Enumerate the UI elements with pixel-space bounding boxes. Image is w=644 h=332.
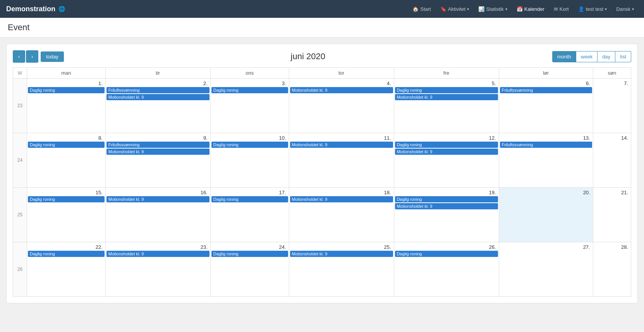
event-bar[interactable]: Daglig roning [211,196,288,202]
event-bar[interactable]: Daglig roning [211,87,288,93]
view-day-button[interactable]: day [598,51,615,62]
view-month-button[interactable]: month [552,51,576,62]
nav-kalender[interactable]: 📅 Kalender [513,4,548,14]
calendar-day-cell[interactable]: 9.FriluftssvømningMotionsholdet kl. 9 [105,133,210,188]
cell-date-number: 4. [290,79,393,87]
prev-button[interactable]: ‹ [13,50,25,63]
brand-label: Demonstration [6,5,55,13]
next-button[interactable]: › [26,50,38,63]
calendar-day-cell[interactable]: 25.Motionsholdet kl. 9 [289,242,394,297]
week-number-cell: 24 [13,133,27,188]
event-bar[interactable]: Friluftssvømning [500,142,592,148]
calendar-day-cell[interactable]: 2.FriluftssvømningMotionsholdet kl. 9 [105,79,210,133]
event-bar[interactable]: Daglig roning [211,251,288,257]
chevron-down-icon: ▾ [632,7,634,11]
event-bar[interactable]: Motionsholdet kl. 9 [290,251,393,257]
event-bar[interactable]: Motionsholdet kl. 9 [106,94,210,100]
nav-buttons: ‹ › [13,50,38,63]
event-bar[interactable]: Daglig roning [395,142,498,148]
calendar-day-cell[interactable]: 23.Motionsholdet kl. 9 [105,242,210,297]
calendar-day-cell[interactable]: 7. [593,79,631,133]
week-number-cell: 25 [13,188,27,242]
cell-date-number: 5. [395,79,498,87]
week-number-cell: 26 [13,242,27,297]
calendar-day-cell[interactable]: 4.Motionsholdet kl. 9 [289,79,394,133]
calendar-day-cell[interactable]: 16.Motionsholdet kl. 9 [105,188,210,242]
calendar-day-cell[interactable]: 3.Daglig roning [210,79,289,133]
header-sun: søn [593,68,631,79]
calendar-week-row: 248.Daglig roning9.FriluftssvømningMotio… [13,133,631,188]
event-bar[interactable]: Motionsholdet kl. 9 [395,149,498,155]
cell-date-number: 25. [290,243,393,251]
calendar-day-cell[interactable]: 18.Motionsholdet kl. 9 [289,188,394,242]
cell-date-number: 10. [211,134,288,142]
cell-date-number: 8. [28,134,105,142]
event-bar[interactable]: Motionsholdet kl. 9 [106,149,210,155]
event-bar[interactable]: Friluftssvømning [106,87,210,93]
calendar-day-cell[interactable]: 11.Motionsholdet kl. 9 [289,133,394,188]
chart-icon: 📊 [478,6,484,12]
event-bar[interactable]: Daglig roning [211,142,288,148]
calendar-day-cell[interactable]: 8.Daglig roning [27,133,106,188]
event-bar[interactable]: Daglig roning [28,142,105,148]
calendar-day-cell[interactable]: 14. [593,133,631,188]
event-bar[interactable]: Daglig roning [28,87,105,93]
map-icon: ✉ [554,6,558,12]
calendar-day-cell[interactable]: 27. [499,242,593,297]
brand: Demonstration 🌐 [6,5,65,13]
today-button[interactable]: today [41,51,64,62]
nav-language[interactable]: Dansk ▾ [612,4,638,14]
view-list-button[interactable]: list [615,51,631,62]
header-mon: man [27,68,106,79]
cell-date-number: 16. [106,188,210,196]
event-bar[interactable]: Motionsholdet kl. 9 [395,94,498,100]
cell-date-number: 6. [500,79,592,87]
calendar-day-cell[interactable]: 26.Daglig roning [394,242,499,297]
event-bar[interactable]: Daglig roning [28,251,105,257]
event-bar[interactable]: Daglig roning [395,251,498,257]
event-bar[interactable]: Motionsholdet kl. 9 [290,196,393,202]
event-bar[interactable]: Friluftssvømning [106,142,210,148]
globe-icon[interactable]: 🌐 [58,6,65,12]
event-bar[interactable]: Motionsholdet kl. 9 [106,251,210,257]
calendar-day-cell[interactable]: 6.Friluftssvømning [499,79,593,133]
cell-date-number: 19. [395,188,498,196]
calendar-day-cell[interactable]: 20. [499,188,593,242]
user-icon: 👤 [578,6,584,12]
cell-date-number: 7. [594,79,630,87]
event-bar[interactable]: Motionsholdet kl. 9 [290,87,393,93]
calendar-day-cell[interactable]: 22.Daglig roning [27,242,106,297]
cell-date-number: 26. [395,243,498,251]
nav-kort[interactable]: ✉ Kort [550,4,573,14]
header-sat: lør [499,68,593,79]
event-bar[interactable]: Motionsholdet kl. 9 [106,196,210,202]
event-bar[interactable]: Friluftssvømning [500,87,592,93]
calendar-day-cell[interactable]: 10.Daglig roning [210,133,289,188]
view-week-button[interactable]: week [576,51,598,62]
calendar-day-cell[interactable]: 13.Friluftssvømning [499,133,593,188]
calendar-day-cell[interactable]: 24.Daglig roning [210,242,289,297]
nav-start[interactable]: 🏠 Start [409,4,434,14]
event-bar[interactable]: Motionsholdet kl. 9 [290,142,393,148]
nav-user[interactable]: 👤 test test ▾ [574,4,611,14]
calendar-day-cell[interactable]: 21. [593,188,631,242]
nav-aktivitet[interactable]: 🔖 Aktivitet ▾ [436,4,473,14]
event-bar[interactable]: Daglig roning [28,196,105,202]
cell-date-number: 2. [106,79,210,87]
calendar-title: juni 2020 [64,51,552,62]
event-bar[interactable]: Daglig roning [395,87,498,93]
calendar-day-cell[interactable]: 17.Daglig roning [210,188,289,242]
cell-date-number: 11. [290,134,393,142]
calendar-day-cell[interactable]: 15.Daglig roning [27,188,106,242]
calendar-day-cell[interactable]: 1.Daglig roning [27,79,106,133]
calendar-day-cell[interactable]: 12.Daglig roningMotionsholdet kl. 9 [394,133,499,188]
calendar-day-cell[interactable]: 5.Daglig roningMotionsholdet kl. 9 [394,79,499,133]
nav-statistik[interactable]: 📊 Statistik ▾ [474,4,511,14]
cell-date-number: 3. [211,79,288,87]
event-bar[interactable]: Motionsholdet kl. 9 [395,203,498,209]
event-bar[interactable]: Daglig roning [395,196,498,202]
calendar-day-cell[interactable]: 19.Daglig roningMotionsholdet kl. 9 [394,188,499,242]
calendar-week-row: 2515.Daglig roning16.Motionsholdet kl. 9… [13,188,631,242]
calendar-day-cell[interactable]: 28. [593,242,631,297]
cell-date-number: 20. [500,188,592,196]
